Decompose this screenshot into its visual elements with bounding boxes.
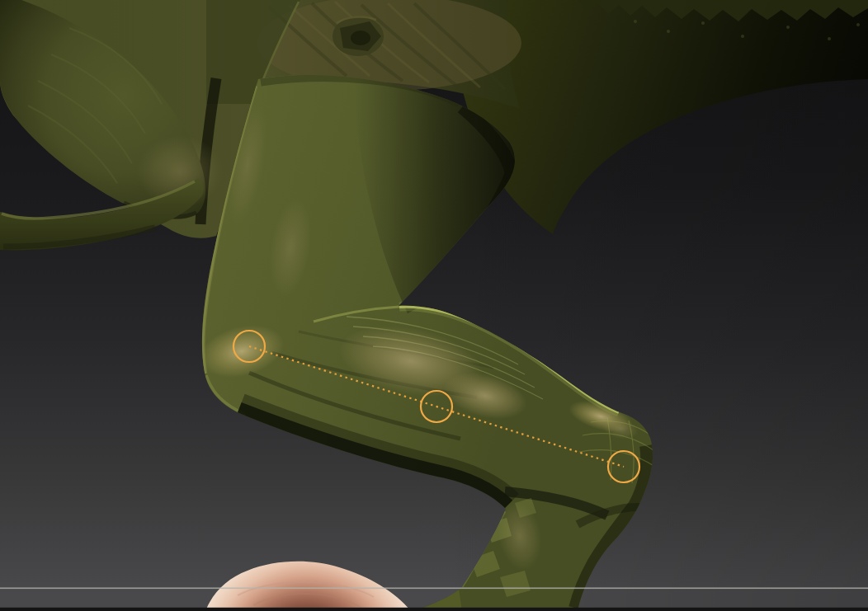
sculpt-canvas[interactable] — [0, 0, 868, 611]
canvas-bottom-bar — [0, 608, 868, 611]
floor-grid-line — [0, 588, 868, 590]
sculpt-viewport[interactable] — [0, 0, 868, 611]
skin-divot — [333, 16, 384, 56]
